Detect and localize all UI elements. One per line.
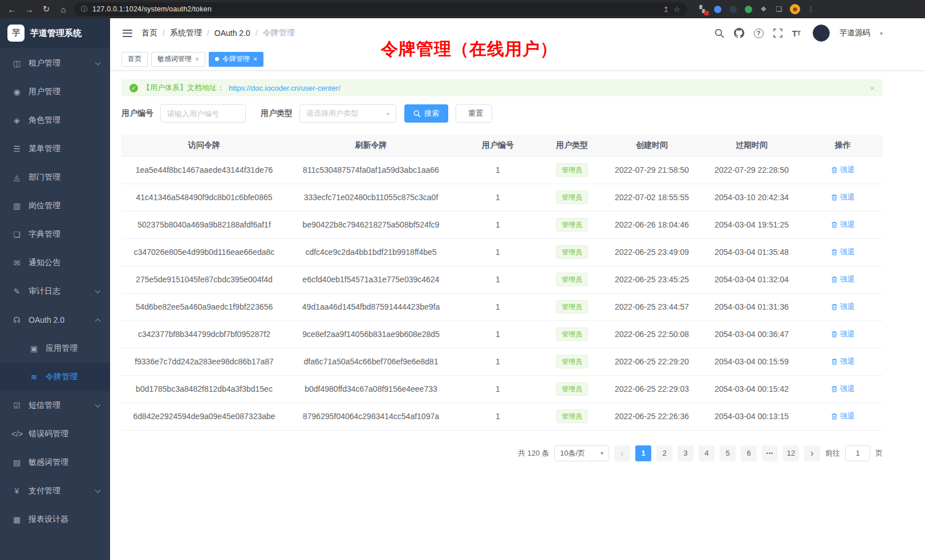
- expire-time-cell: 2022-07-29 22:28:50: [700, 156, 803, 184]
- sidebar-item-label: 报表设计器: [29, 514, 100, 525]
- browser-profile-avatar[interactable]: ☻: [790, 4, 800, 14]
- user-type-select[interactable]: 请选择用户类型 ▾: [299, 104, 396, 123]
- trash-icon: [831, 221, 838, 228]
- table-row: 6d842e2924594de9a09e45e087323abe 8796295…: [121, 403, 883, 430]
- tab-close-icon[interactable]: ×: [195, 56, 199, 63]
- force-logout-button[interactable]: 强退: [831, 274, 855, 285]
- caret-down-icon[interactable]: ▾: [880, 30, 883, 36]
- force-logout-button[interactable]: 强退: [831, 384, 855, 394]
- page-size-select[interactable]: 10条/页 ▾: [554, 445, 609, 461]
- sidebar-item-oauth2-token[interactable]: ≋ 令牌管理: [0, 363, 110, 391]
- sidebar-item-dict[interactable]: ❏ 字典管理: [0, 220, 110, 249]
- sidebar-item-label: 令牌管理: [46, 372, 100, 382]
- bookmark-icon[interactable]: ☆: [674, 5, 680, 14]
- breadcrumb-system[interactable]: 系统管理: [170, 28, 202, 38]
- action-cell: 强退: [803, 211, 883, 238]
- help-icon[interactable]: ?: [754, 29, 764, 38]
- back-button[interactable]: ←: [6, 5, 18, 14]
- col-user-id: 用户编号: [455, 135, 541, 156]
- force-logout-button[interactable]: 强退: [831, 411, 855, 421]
- doc-link[interactable]: https://doc.iocoder.cn/user-center/: [229, 84, 340, 92]
- site-info-icon[interactable]: ⓘ: [81, 5, 88, 14]
- sidebar-item-audit-log[interactable]: ✎ 审计日志: [0, 277, 110, 306]
- goto-page-input[interactable]: [845, 445, 870, 461]
- sidebar-item-pay[interactable]: ¥ 支付管理: [0, 477, 110, 505]
- sidebar-item-post[interactable]: ▥ 岗位管理: [0, 192, 110, 220]
- sidebar-item-role[interactable]: ◈ 角色管理: [0, 106, 110, 135]
- sidebar-menu: ◫ 租户管理 ◉ 用户管理 ◈ 角色管理 ☰ 菜单管理 ◬: [0, 48, 110, 560]
- sidebar-item-menu[interactable]: ☰ 菜单管理: [0, 135, 110, 163]
- extension-icon-dark[interactable]: [728, 5, 737, 14]
- force-logout-button[interactable]: 强退: [831, 192, 855, 202]
- page-button-5[interactable]: 5: [720, 445, 736, 461]
- tab-close-icon[interactable]: ×: [253, 56, 257, 63]
- user-id-label: 用户编号: [121, 108, 153, 119]
- sidebar-item-sms[interactable]: ☑ 短信管理: [0, 391, 110, 420]
- user-id-cell: 1: [455, 211, 541, 238]
- user-avatar[interactable]: [813, 25, 830, 42]
- force-logout-button[interactable]: 强退: [831, 247, 855, 257]
- force-logout-button[interactable]: 强退: [831, 302, 855, 312]
- sidebar-item-error-code[interactable]: </> 错误码管理: [0, 420, 110, 448]
- reset-button[interactable]: 重置: [456, 104, 492, 123]
- chevron-down-icon: ▾: [387, 111, 390, 117]
- force-logout-button[interactable]: 强退: [831, 356, 855, 367]
- extensions-puzzle-icon[interactable]: ❖: [759, 5, 768, 14]
- browser-menu-icon[interactable]: ⋮: [806, 5, 816, 14]
- alert-close-icon[interactable]: ×: [870, 84, 875, 92]
- font-size-icon[interactable]: TT: [792, 29, 801, 38]
- tab-sensitive-word[interactable]: 敏感词管理 ×: [151, 52, 205, 67]
- table-row: c347026e805e4d99b0d116eae66eda8c cdfc4ce…: [121, 238, 883, 266]
- tab-oauth2-token[interactable]: 令牌管理 ×: [209, 52, 263, 67]
- sidebar-item-tenant[interactable]: ◫ 租户管理: [0, 49, 110, 78]
- sidebar-fold-icon[interactable]: [123, 30, 132, 37]
- sidebar-item-notice[interactable]: ✉ 通知公告: [0, 249, 110, 277]
- search-button[interactable]: 搜索: [404, 104, 448, 123]
- forward-button[interactable]: →: [23, 5, 35, 14]
- fullscreen-icon[interactable]: [773, 29, 782, 38]
- sidebar-item-label: 字典管理: [29, 229, 100, 240]
- tab-home[interactable]: 首页: [121, 52, 148, 67]
- breadcrumb-home[interactable]: 首页: [141, 28, 157, 38]
- pages-ellipsis-button[interactable]: •••: [762, 445, 778, 461]
- sidebar-item-oauth2[interactable]: ☊ OAuth 2.0: [0, 306, 110, 334]
- extension-icon-grid[interactable]: ▚: [697, 5, 707, 14]
- table-header-row: 访问令牌 刷新令牌 用户编号 用户类型 创建时间 过期时间 操作: [121, 135, 883, 156]
- page-button-6[interactable]: 6: [741, 445, 757, 461]
- sidebar-item-user[interactable]: ◉ 用户管理: [0, 78, 110, 106]
- sidebar-item-dept[interactable]: ◬ 部门管理: [0, 163, 110, 192]
- force-logout-button[interactable]: 强退: [831, 165, 855, 175]
- prev-page-button[interactable]: ‹: [614, 445, 630, 461]
- url-text[interactable]: 127.0.0.1:1024/system/oauth2/token: [92, 5, 658, 13]
- page-button-4[interactable]: 4: [699, 445, 715, 461]
- force-logout-button[interactable]: 强退: [831, 220, 855, 230]
- refresh-token-cell: 8796295f04064c2983414cc54af1097a: [287, 403, 455, 430]
- share-icon[interactable]: ↥: [663, 5, 669, 14]
- sidebar-item-label: 敏感词管理: [29, 457, 100, 468]
- reload-button[interactable]: ↻: [40, 4, 52, 14]
- force-logout-button[interactable]: 强退: [831, 329, 855, 339]
- side-panel-icon[interactable]: ❏: [774, 5, 784, 14]
- sidebar-item-oauth2-app[interactable]: ▣ 应用管理: [0, 334, 110, 363]
- page-button-3[interactable]: 3: [677, 445, 693, 461]
- trash-icon: [831, 167, 838, 173]
- app-logo[interactable]: 芋 芋道管理系统: [0, 18, 110, 48]
- user-id-input[interactable]: [160, 104, 246, 123]
- page-button-2[interactable]: 2: [656, 445, 672, 461]
- search-icon[interactable]: [715, 29, 724, 38]
- github-icon[interactable]: [734, 28, 744, 38]
- next-page-button[interactable]: ›: [804, 445, 820, 461]
- sidebar-item-report-designer[interactable]: ▦ 报表设计器: [0, 505, 110, 534]
- menu-list-icon: ☰: [11, 144, 22, 153]
- home-button[interactable]: ⌂: [57, 5, 70, 14]
- extension-icon-blue[interactable]: [713, 5, 722, 14]
- page-button-1[interactable]: 1: [635, 445, 651, 461]
- table-row: 1ea5e44f8bc1467aaede43144f31de76 811c530…: [121, 156, 883, 184]
- oauth2-icon: ☊: [11, 315, 22, 324]
- breadcrumb-oauth2[interactable]: OAuth 2.0: [214, 29, 250, 38]
- extension-icon-green[interactable]: [744, 5, 753, 14]
- page-button-12[interactable]: 12: [783, 445, 799, 461]
- username[interactable]: 芋道源码: [839, 28, 870, 38]
- sidebar-item-sensitive-word[interactable]: ▤ 敏感词管理: [0, 448, 110, 477]
- url-bar[interactable]: ⓘ 127.0.0.1:1024/system/oauth2/token ↥ ☆: [74, 2, 687, 16]
